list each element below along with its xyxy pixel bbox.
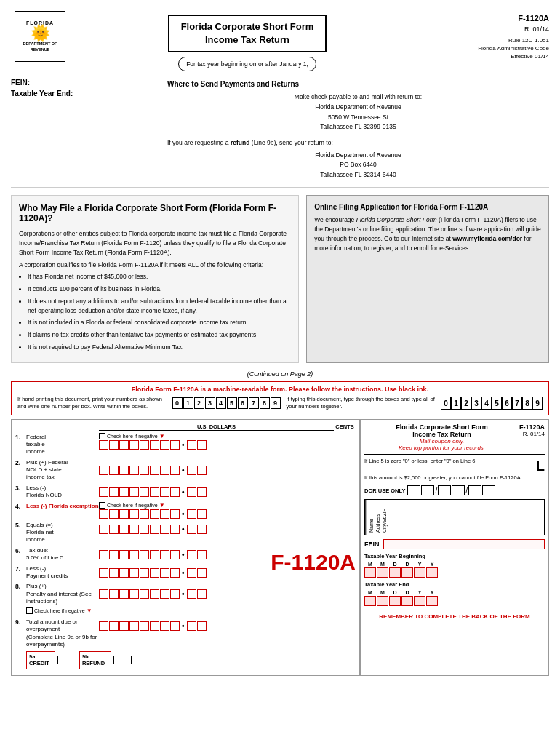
refund-input[interactable] <box>113 656 132 664</box>
input-box[interactable] <box>99 568 108 578</box>
input-box[interactable] <box>99 621 108 631</box>
input-box[interactable] <box>160 440 169 450</box>
date-end-M1[interactable] <box>364 596 376 606</box>
input-box[interactable] <box>99 440 108 450</box>
input-box[interactable] <box>99 589 108 599</box>
input-box[interactable] <box>99 525 108 534</box>
input-box[interactable] <box>99 466 108 475</box>
input-box[interactable] <box>170 568 180 578</box>
line-3-inputs[interactable]: • <box>99 484 356 497</box>
cents-box[interactable] <box>187 466 196 475</box>
cents-box[interactable] <box>197 621 207 631</box>
input-box[interactable] <box>119 621 129 631</box>
input-box[interactable] <box>160 466 169 475</box>
date-end-D2[interactable] <box>401 596 413 606</box>
line-9-inputs[interactable]: • <box>99 618 356 631</box>
input-box[interactable] <box>160 621 169 631</box>
input-box[interactable] <box>99 550 108 559</box>
cents-box[interactable] <box>197 466 207 475</box>
dor-box-2[interactable] <box>421 485 434 495</box>
line-3-boxes[interactable]: • <box>99 487 356 497</box>
check-neg-box-1[interactable] <box>99 433 105 439</box>
line-5-boxes[interactable]: • <box>99 525 356 534</box>
line-5-inputs[interactable]: • <box>99 521 356 534</box>
line-8-inputs[interactable]: • <box>99 582 356 599</box>
fein-coupon-input[interactable] <box>383 539 545 549</box>
input-box[interactable] <box>150 568 159 578</box>
input-box[interactable] <box>129 525 139 534</box>
line-4-boxes[interactable]: • <box>99 509 356 519</box>
input-box[interactable] <box>109 466 119 475</box>
line-4-inputs[interactable]: Check here if negative ▼ • <box>99 502 356 519</box>
dor-box-4[interactable] <box>452 485 465 495</box>
line-8-boxes[interactable]: • <box>99 589 356 599</box>
date-end-boxes[interactable] <box>364 596 545 606</box>
credit-input[interactable] <box>57 656 76 664</box>
cents-box[interactable] <box>197 487 207 497</box>
dor-box-1[interactable] <box>407 485 420 495</box>
input-box[interactable] <box>129 568 139 578</box>
input-box[interactable] <box>109 509 119 519</box>
input-box[interactable] <box>99 509 108 519</box>
input-box[interactable] <box>140 621 149 631</box>
line-1-boxes[interactable]: • <box>99 440 356 450</box>
date-begin-M1[interactable] <box>364 567 376 578</box>
dor-box-3[interactable] <box>438 485 451 495</box>
input-box[interactable] <box>119 568 129 578</box>
input-box[interactable] <box>119 466 129 475</box>
input-box[interactable] <box>150 487 159 497</box>
line-7-inputs[interactable]: • <box>99 565 268 578</box>
input-box[interactable] <box>119 550 129 559</box>
input-box[interactable] <box>170 440 180 450</box>
cents-box[interactable] <box>197 509 207 519</box>
input-box[interactable] <box>170 621 180 631</box>
line-7-boxes[interactable]: • <box>99 568 268 578</box>
input-box[interactable] <box>140 440 149 450</box>
date-begin-D1[interactable] <box>389 567 401 578</box>
cents-box[interactable] <box>197 568 207 578</box>
date-begin-Y1[interactable] <box>414 567 425 578</box>
input-box[interactable] <box>170 589 180 599</box>
cents-box[interactable] <box>187 589 196 599</box>
date-end-Y2[interactable] <box>426 596 438 606</box>
date-begin-boxes[interactable] <box>364 567 545 578</box>
input-box[interactable] <box>109 621 119 631</box>
input-box[interactable] <box>150 466 159 475</box>
input-box[interactable] <box>109 568 119 578</box>
check-neg-box-8[interactable] <box>26 607 33 614</box>
input-box[interactable] <box>129 621 139 631</box>
input-box[interactable] <box>170 466 180 475</box>
cents-box[interactable] <box>187 487 196 497</box>
cents-box[interactable] <box>197 525 207 534</box>
input-box[interactable] <box>140 525 149 534</box>
input-box[interactable] <box>129 440 139 450</box>
date-end-D1[interactable] <box>389 596 401 606</box>
input-box[interactable] <box>160 509 169 519</box>
cents-box[interactable] <box>187 525 196 534</box>
cents-box[interactable] <box>187 440 196 450</box>
input-box[interactable] <box>119 525 129 534</box>
line-2-boxes[interactable]: • <box>99 466 356 475</box>
cents-box[interactable] <box>187 568 196 578</box>
cents-box[interactable] <box>187 509 196 519</box>
input-box[interactable] <box>109 589 119 599</box>
line-9-credit-refund[interactable]: 9a CREDIT 9b REFUND <box>26 651 99 670</box>
input-box[interactable] <box>160 568 169 578</box>
input-box[interactable] <box>150 621 159 631</box>
input-box[interactable] <box>119 440 129 450</box>
dor-boxes[interactable]: / / <box>407 485 495 495</box>
date-begin-Y2[interactable] <box>426 567 438 578</box>
line-1-inputs[interactable]: Check here if negative ▼ • <box>99 433 356 450</box>
input-box[interactable] <box>170 525 180 534</box>
input-box[interactable] <box>140 509 149 519</box>
input-box[interactable] <box>129 589 139 599</box>
input-box[interactable] <box>150 509 159 519</box>
input-box[interactable] <box>140 550 149 559</box>
cents-box[interactable] <box>187 550 196 559</box>
input-box[interactable] <box>150 440 159 450</box>
cents-box[interactable] <box>197 440 207 450</box>
input-box[interactable] <box>160 525 169 534</box>
input-box[interactable] <box>129 487 139 497</box>
input-box[interactable] <box>140 568 149 578</box>
input-box[interactable] <box>119 589 129 599</box>
